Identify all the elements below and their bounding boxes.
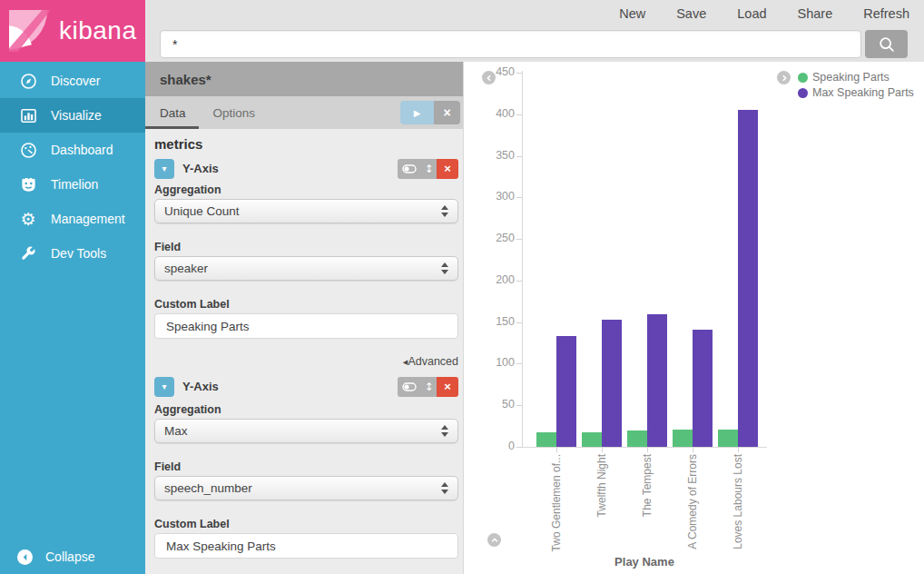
reorder-agg-button[interactable]: ↕ [421, 377, 437, 397]
field-value: speaker [164, 262, 208, 275]
field-label: Field [154, 241, 458, 253]
y-tick-label: 300 [477, 190, 515, 203]
bar-max-speaking-parts[interactable] [693, 330, 713, 447]
field-select[interactable]: speech_number [154, 476, 458, 500]
vis-editor-panel: shakes* Data Options ▶ × metrics ▾ Y-Axi… [145, 62, 463, 574]
select-arrows-icon [441, 262, 448, 274]
new-button[interactable]: New [619, 6, 645, 21]
y-tick-label: 400 [477, 107, 515, 120]
editor-actions: ▶ × [400, 101, 460, 124]
chevron-left-circle-icon [17, 549, 33, 565]
y-tick-label: 0 [477, 440, 515, 452]
search-submit-button[interactable] [865, 30, 908, 58]
aggregation-select[interactable]: Unique Count [154, 199, 458, 223]
bar-max-speaking-parts[interactable] [556, 336, 576, 447]
y-tick-mark [516, 363, 522, 364]
kibana-logo-icon [9, 10, 51, 52]
toggle-icon [402, 382, 417, 391]
legend-item-speaking-parts[interactable]: Speaking Parts [798, 71, 914, 84]
advanced-row: ◂Advanced [154, 355, 458, 368]
collapse-label: Collapse [45, 549, 94, 564]
agg-title: Y-Axis [182, 380, 219, 393]
sidebar-item-visualize[interactable]: Visualize [0, 98, 145, 133]
sidebar-item-dashboard[interactable]: Dashboard [0, 133, 145, 167]
bar-max-speaking-parts[interactable] [602, 320, 622, 447]
tab-options[interactable]: Options [199, 96, 269, 129]
legend-dot-icon [798, 88, 808, 98]
sidebar-item-management[interactable]: ⚙ Management [0, 202, 145, 236]
select-arrows-icon [441, 425, 448, 437]
bar-max-speaking-parts[interactable] [647, 314, 667, 447]
toolbar-nav: New Save Load Share Refresh [619, 6, 909, 21]
chevron-right-icon [781, 74, 788, 82]
y-tick-label: 100 [477, 356, 515, 369]
y-tick-label: 50 [477, 398, 515, 411]
x-tick-label: Two Gentlemen of... [550, 454, 563, 551]
y-axis-line [522, 71, 523, 448]
custom-label-label: Custom Label [154, 298, 458, 311]
apply-changes-button[interactable]: ▶ [400, 101, 434, 124]
sidebar-item-label: Dev Tools [51, 246, 106, 261]
sidebar-item-dev-tools[interactable]: Dev Tools [0, 236, 145, 271]
load-button[interactable]: Load [737, 6, 766, 21]
legend-item-max-speaking-parts[interactable]: Max Speaking Parts [798, 86, 914, 99]
bar-speaking-parts[interactable] [718, 430, 738, 447]
remove-agg-button[interactable]: × [437, 377, 458, 397]
bar-speaking-parts[interactable] [536, 432, 556, 447]
field-value: speech_number [164, 481, 252, 495]
gauge-icon [19, 141, 37, 159]
sidebar-collapse-button[interactable]: Collapse [0, 539, 145, 574]
y-tick-mark [516, 114, 522, 115]
reorder-agg-button[interactable]: ↕ [421, 159, 437, 179]
x-axis-line [522, 447, 767, 448]
agg-controls: ↕ × [398, 377, 458, 397]
disable-agg-toggle[interactable] [398, 159, 421, 179]
agg-header-1: ▾ Y-Axis ↕ × [154, 158, 458, 179]
x-tick-mark [556, 448, 557, 452]
discard-changes-button[interactable]: × [434, 101, 460, 124]
share-button[interactable]: Share [798, 6, 833, 21]
top-bar: New Save Load Share Refresh [145, 0, 924, 62]
bar-speaking-parts[interactable] [673, 430, 693, 447]
bar-max-speaking-parts[interactable] [738, 110, 758, 447]
sidebar-item-discover[interactable]: Discover [0, 64, 145, 98]
collapse-up-chevron-button[interactable] [487, 533, 501, 547]
refresh-button[interactable]: Refresh [863, 6, 909, 21]
editor-tabbar: Data Options ▶ × [145, 96, 463, 129]
bar-speaking-parts[interactable] [627, 430, 647, 447]
legend-chevron-right-button[interactable] [777, 71, 791, 84]
x-tick-label: The Tempest [641, 454, 654, 517]
field-select[interactable]: speaker [154, 256, 458, 281]
x-tick-mark [647, 448, 648, 452]
bar-chart-icon [19, 106, 37, 124]
aggregation-select[interactable]: Max [154, 419, 458, 443]
x-tick-mark [738, 448, 739, 452]
aggregation-label: Aggregation [154, 183, 458, 196]
y-tick-label: 450 [477, 65, 515, 78]
x-axis-title: Play Name [522, 555, 767, 569]
y-tick-label: 350 [477, 149, 515, 162]
select-arrows-icon [441, 205, 448, 217]
index-pattern-header: shakes* [145, 62, 463, 96]
y-tick-mark [516, 281, 522, 282]
disable-agg-toggle[interactable] [398, 377, 421, 397]
save-button[interactable]: Save [676, 6, 706, 21]
x-tick-mark [693, 448, 693, 452]
bar-speaking-parts[interactable] [582, 432, 602, 447]
tab-data[interactable]: Data [145, 96, 199, 129]
chart-legend: Speaking Parts Max Speaking Parts [777, 71, 914, 99]
sidebar-item-label: Management [51, 212, 125, 226]
y-tick-mark [516, 322, 522, 323]
advanced-toggle-link[interactable]: ◂Advanced [403, 355, 458, 368]
custom-label-input[interactable] [154, 313, 458, 339]
collapse-agg-button[interactable]: ▾ [154, 159, 174, 179]
metrics-heading: metrics [154, 136, 458, 152]
aggregation-value: Unique Count [164, 204, 240, 218]
remove-agg-button[interactable]: × [437, 159, 458, 179]
x-tick-mark [602, 448, 603, 452]
visualization-canvas: 050100150200250300350400450Two Gentlemen… [463, 62, 924, 574]
collapse-agg-button[interactable]: ▾ [154, 377, 174, 397]
custom-label-input[interactable] [154, 533, 458, 559]
query-search-input[interactable] [160, 30, 861, 58]
sidebar-item-timelion[interactable]: Timelion [0, 167, 145, 202]
